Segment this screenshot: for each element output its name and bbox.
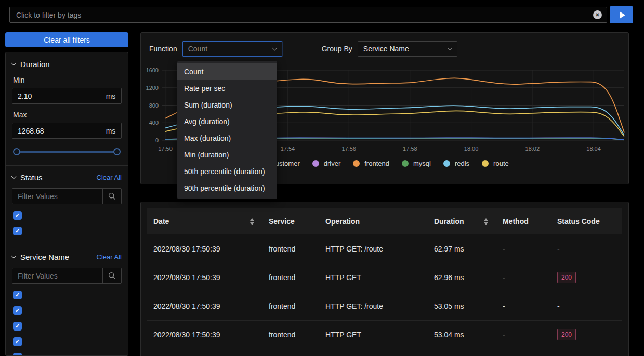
svg-text:1200: 1200 — [146, 85, 159, 91]
cell-service: frontend — [260, 331, 317, 339]
tag-filter-input[interactable] — [10, 11, 593, 19]
column-header-method: Method — [494, 217, 549, 226]
service-item-row-redis: ✓ — [12, 349, 122, 356]
menu-option-max-duration-[interactable]: Max (duration) — [177, 130, 277, 147]
menu-option-rate-per-sec[interactable]: Rate per sec — [177, 80, 277, 97]
group-by-select[interactable]: Service Name — [358, 41, 457, 57]
cell-method: - — [494, 245, 549, 253]
legend-item-driver[interactable]: driver — [312, 160, 341, 167]
column-header-operation: Operation — [317, 217, 426, 226]
play-icon — [620, 11, 625, 19]
checkbox-checked-icon[interactable]: ✓ — [13, 291, 22, 299]
run-search-button[interactable] — [610, 6, 633, 23]
min-duration-input[interactable] — [12, 88, 100, 103]
legend-dot-icon — [312, 160, 319, 167]
status-search-button[interactable] — [102, 189, 121, 204]
checkbox-checked-icon[interactable]: ✓ — [13, 353, 22, 356]
function-select[interactable]: Count — [182, 41, 282, 57]
svg-text:0: 0 — [155, 137, 159, 143]
menu-option-sum-duration-[interactable]: Sum (duration) — [177, 97, 277, 113]
menu-option-50th-percentile-duration-[interactable]: 50th percentile (duration) — [177, 163, 277, 180]
svg-text:800: 800 — [149, 102, 159, 109]
column-header-duration[interactable]: Duration — [426, 217, 494, 226]
slider-handle-max[interactable] — [113, 148, 121, 155]
clear-input-icon[interactable]: ✕ — [593, 10, 602, 19]
sort-icon[interactable] — [250, 218, 254, 225]
slider-handle-min[interactable] — [13, 148, 20, 155]
cell-operation: HTTP GET — [317, 273, 426, 282]
cell-method: - — [494, 331, 549, 339]
service-name-section: Service Name Clear All ✓✓✓✓✓ — [6, 245, 128, 356]
status-clear-all-link[interactable]: Clear All — [97, 174, 122, 181]
min-label: Min — [13, 76, 122, 84]
max-unit-label: ms — [100, 123, 121, 138]
cell-method: - — [494, 273, 549, 282]
service-search-button[interactable] — [102, 268, 121, 283]
status-code-badge: 200 — [557, 272, 576, 283]
checkbox-checked-icon[interactable]: ✓ — [13, 306, 22, 315]
legend-item-redis[interactable]: redis — [443, 160, 469, 167]
svg-text:18:00: 18:00 — [464, 146, 479, 152]
table-row[interactable]: 2022/08/30 17:50:39frontendHTTP GET: /ro… — [147, 292, 622, 320]
legend-item-route[interactable]: route — [482, 160, 509, 167]
checkbox-checked-icon[interactable]: ✓ — [13, 227, 22, 235]
chart-controls: Function Count Group By Service Name — [149, 41, 457, 57]
search-icon — [108, 272, 116, 280]
legend-item-frontend[interactable]: frontend — [353, 160, 389, 167]
sort-icon[interactable] — [484, 218, 488, 225]
status-section: Status Clear All ✓✓ — [6, 166, 128, 245]
min-duration-field: ms — [12, 88, 122, 104]
table-row[interactable]: 2022/08/30 17:50:39frontendHTTP GET62.96… — [147, 263, 622, 292]
status-item-row-error: ✓ — [12, 207, 122, 223]
traces-table: DateServiceOperationDurationMethodStatus… — [147, 208, 622, 349]
group-by-select-value: Service Name — [363, 45, 409, 53]
duration-range-slider[interactable] — [13, 147, 121, 158]
column-header-status-code: Status Code — [549, 217, 622, 226]
status-item-row-ok: ✓ — [12, 223, 122, 239]
service-clear-all-link[interactable]: Clear All — [97, 253, 122, 261]
traces-table-panel: DateServiceOperationDurationMethodStatus… — [140, 202, 629, 356]
table-row[interactable]: 2022/08/30 17:50:39frontendHTTP GET53.04… — [147, 320, 622, 349]
checkbox-checked-icon[interactable]: ✓ — [13, 211, 22, 220]
tag-filter-field[interactable]: ✕ — [9, 7, 607, 23]
chevron-down-icon[interactable] — [11, 254, 17, 259]
duration-section: Duration Min ms Max ms — [6, 52, 128, 165]
top-bar: ✕ — [0, 0, 644, 30]
menu-option-min-duration-[interactable]: Min (duration) — [177, 147, 277, 163]
svg-text:18:04: 18:04 — [586, 146, 601, 152]
legend-dot-icon — [443, 160, 450, 167]
svg-text:17:58: 17:58 — [403, 146, 417, 152]
status-filter-input[interactable] — [12, 189, 102, 204]
legend-dot-icon — [402, 160, 409, 167]
cell-service: frontend — [260, 273, 317, 282]
cell-date: 2022/08/30 17:50:39 — [147, 273, 260, 282]
checkbox-checked-icon[interactable]: ✓ — [13, 322, 22, 331]
menu-option-90th-percentile-duration-[interactable]: 90th percentile (duration) — [177, 180, 277, 196]
column-header-service: Service — [260, 217, 317, 226]
status-code-badge: 200 — [557, 329, 576, 340]
cell-operation: HTTP GET — [317, 331, 426, 339]
cell-status-code: - — [549, 245, 622, 253]
cell-status-code: 200 — [549, 272, 622, 283]
status-title: Status — [20, 173, 43, 182]
svg-text:18:02: 18:02 — [525, 146, 540, 152]
svg-text:400: 400 — [149, 120, 159, 126]
cell-duration: 62.96 ms — [426, 273, 494, 282]
menu-option-avg-duration-[interactable]: Avg (duration) — [177, 113, 277, 130]
max-label: Max — [13, 111, 122, 119]
column-header-date[interactable]: Date — [147, 217, 260, 226]
menu-option-count[interactable]: Count — [177, 63, 277, 80]
clear-all-filters-button[interactable]: Clear all filters — [5, 32, 128, 47]
legend-item-mysql[interactable]: mysql — [402, 160, 431, 167]
service-filter-input[interactable] — [12, 268, 102, 283]
checkbox-checked-icon[interactable]: ✓ — [13, 337, 22, 346]
table-row[interactable]: 2022/08/30 17:50:39frontendHTTP GET: /ro… — [147, 234, 622, 263]
svg-text:1600: 1600 — [146, 67, 159, 73]
chevron-down-icon[interactable] — [11, 174, 17, 179]
chevron-down-icon[interactable] — [11, 61, 17, 66]
service-name-title: Service Name — [20, 253, 69, 261]
function-dropdown-menu: CountRate per secSum (duration)Avg (dura… — [177, 61, 277, 199]
svg-text:17:54: 17:54 — [281, 146, 295, 152]
chevron-down-icon — [447, 45, 452, 50]
max-duration-input[interactable] — [12, 123, 100, 138]
